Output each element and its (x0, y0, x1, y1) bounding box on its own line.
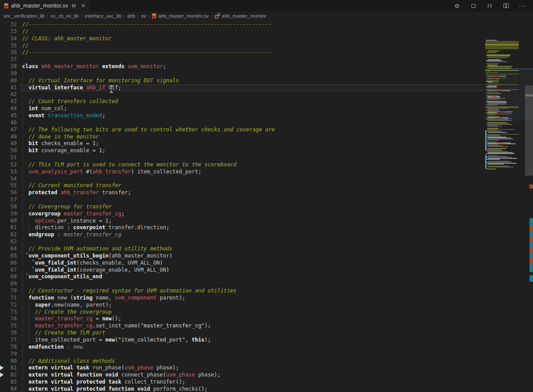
line-number-40[interactable]: 40 (0, 77, 17, 85)
line-number-33[interactable]: 33 (0, 28, 17, 35)
more-actions-icon[interactable]: ··· (519, 2, 526, 9)
line-number-45[interactable]: 45 (0, 112, 17, 119)
code-line-39[interactable] (22, 70, 483, 77)
code-line-46[interactable] (22, 119, 483, 127)
code-line-35[interactable]: // (22, 42, 483, 50)
code-line-57[interactable] (22, 196, 483, 204)
line-number-64[interactable]: 64 (0, 246, 17, 253)
code-line-44[interactable]: int num_col; (22, 105, 483, 112)
line-number-39[interactable]: 39 (0, 70, 17, 77)
line-number-68[interactable]: 68 (0, 273, 17, 281)
line-number-71[interactable]: 71 (0, 295, 17, 302)
code-line-34[interactable]: // CLASS: ahb_master_monitor (22, 35, 483, 42)
code-line-51[interactable] (22, 154, 483, 161)
breadcrumb-item-ahb_master_monitor.sv[interactable]: ahb_master_monitor.sv (151, 13, 209, 19)
breadcrumb-item-soc_verification_lib[interactable]: soc_verification_lib (3, 13, 45, 19)
line-number-36[interactable]: 36 (0, 49, 17, 56)
code-line-76[interactable]: // Create the TLM port (22, 330, 483, 337)
line-number-74[interactable]: 74 (0, 315, 17, 323)
code-line-68[interactable]: `uvm_component_utils_end (22, 273, 483, 281)
line-number-50[interactable]: 50 (0, 147, 17, 154)
code-line-83[interactable]: extern virtual protected task collect_tr… (22, 379, 483, 386)
line-number-42[interactable]: 42 (0, 91, 17, 98)
code-line-48[interactable]: // done in the monitor (22, 134, 483, 141)
code-line-78[interactable]: endfunction : new (22, 344, 483, 351)
line-number-73[interactable]: 73 (0, 309, 17, 316)
code-line-69[interactable] (22, 281, 483, 288)
code-line-61[interactable]: direction : coverpoint transfer.directio… (22, 224, 483, 231)
code-line-71[interactable]: function new (string name, uvm_component… (22, 295, 483, 302)
code-line-81[interactable]: extern virtual task run_phase(uvm_phase … (22, 365, 483, 372)
code-line-50[interactable]: bit coverage_enable = 1; (22, 147, 483, 154)
code-line-73[interactable]: // Create the covergroup (22, 309, 483, 316)
code-line-45[interactable]: event transaction_ended; (22, 112, 483, 119)
scrollbar-thumb[interactable] (525, 85, 533, 176)
line-number-79[interactable]: 79 (0, 351, 17, 358)
code-line-74[interactable]: master_transfer_cg = new(); (22, 315, 483, 323)
code-line-82[interactable]: extern virtual function void connect_pha… (22, 372, 483, 379)
line-number-59[interactable]: 59 (0, 211, 17, 218)
code-line-49[interactable]: bit checks_enable = 1; (22, 140, 483, 147)
line-number-60[interactable]: 60 (0, 218, 17, 225)
line-number-47[interactable]: 47 (0, 127, 17, 134)
code-editor[interactable]: 3233343536373839404142434445464748495051… (0, 20, 533, 392)
line-number-44[interactable]: 44 (0, 105, 17, 112)
code-line-64[interactable]: // Provide UVM automation and utility me… (22, 246, 483, 253)
code-line-47[interactable]: // The following two bits are used to co… (22, 127, 483, 134)
line-number-gutter[interactable]: 3233343536373839404142434445464748495051… (0, 21, 17, 392)
code-line-43[interactable]: // Count transfers collected (22, 98, 483, 105)
line-number-78[interactable]: 78 (0, 344, 17, 351)
line-number-54[interactable]: 54 (0, 176, 17, 183)
breadcrumb-item-ahb[interactable]: ahb (127, 13, 135, 19)
line-number-75[interactable]: 75 (0, 323, 17, 330)
line-number-37[interactable]: 37 (0, 56, 17, 63)
code-line-32[interactable]: //--------------------------------------… (22, 21, 483, 28)
line-number-34[interactable]: 34 (0, 35, 17, 42)
layout-square-icon[interactable] (470, 2, 477, 9)
line-number-46[interactable]: 46 (0, 119, 17, 127)
tab-ahb-master-monitor[interactable]: ahb_master_monitor.sv M ✕ (0, 0, 90, 12)
code-line-36[interactable]: //--------------------------------------… (22, 49, 483, 56)
line-number-41[interactable]: 41 (0, 85, 17, 92)
line-number-32[interactable]: 32 (0, 21, 17, 28)
breadcrumb-item-ahb_master_monitor[interactable]: ahb_master_monitor (214, 13, 267, 19)
line-number-55[interactable]: 55 (0, 182, 17, 189)
line-number-48[interactable]: 48 (0, 134, 17, 141)
code-line-37[interactable] (22, 56, 483, 63)
code-line-56[interactable]: protected ahb_transfer transfer; (22, 189, 483, 196)
code-line-58[interactable]: // Covergroup for transfer (22, 204, 483, 211)
breadcrumb-item-sv_cb_ex_lib[interactable]: sv_cb_ex_lib (50, 13, 79, 19)
code-line-54[interactable] (22, 176, 483, 183)
line-number-49[interactable]: 49 (0, 140, 17, 147)
close-icon[interactable]: ✕ (81, 3, 85, 9)
breadcrumb-item-sv[interactable]: sv (141, 13, 147, 19)
line-number-76[interactable]: 76 (0, 330, 17, 337)
split-editor-icon[interactable] (502, 2, 510, 9)
code-line-77[interactable]: item_collected_port = new("item_collecte… (22, 337, 483, 344)
line-number-58[interactable]: 58 (0, 204, 17, 211)
code-line-75[interactable]: master_transfer_cg.set_inst_name("master… (22, 323, 483, 330)
line-number-35[interactable]: 35 (0, 42, 17, 50)
code-line-38[interactable]: class ahb_master_monitor extends uvm_mon… (22, 63, 483, 70)
line-number-63[interactable]: 63 (0, 238, 17, 246)
line-number-52[interactable]: 52 (0, 161, 17, 169)
line-number-61[interactable]: 61 (0, 224, 17, 231)
code-line-53[interactable]: uvm_analysis_port #(ahb_transfer) item_c… (22, 169, 483, 176)
settings-gear-icon[interactable]: ⚙ (453, 2, 460, 9)
line-number-62[interactable]: 62 (0, 231, 17, 238)
code-line-72[interactable]: super.new(name, parent); (22, 302, 483, 309)
line-number-84[interactable]: 84 (0, 386, 17, 392)
code-line-52[interactable]: // This TLM port is used to connect the … (22, 161, 483, 169)
line-number-83[interactable]: 83 (0, 379, 17, 386)
line-number-51[interactable]: 51 (0, 154, 17, 161)
vertical-scrollbar[interactable] (525, 40, 533, 392)
code-line-59[interactable]: covergroup master_transfer_cg; (22, 211, 483, 218)
compare-changes-icon[interactable] (486, 2, 493, 9)
line-number-80[interactable]: 80 (0, 358, 17, 365)
breadcrumb-item-interface_uvc_lib[interactable]: interface_uvc_lib (84, 13, 122, 19)
line-number-43[interactable]: 43 (0, 98, 17, 105)
line-number-66[interactable]: 66 (0, 260, 17, 267)
code-line-55[interactable]: // Current monitored transfer (22, 182, 483, 189)
code-line-70[interactable]: // Constructor - required syntax for UVM… (22, 288, 483, 295)
line-number-57[interactable]: 57 (0, 196, 17, 204)
